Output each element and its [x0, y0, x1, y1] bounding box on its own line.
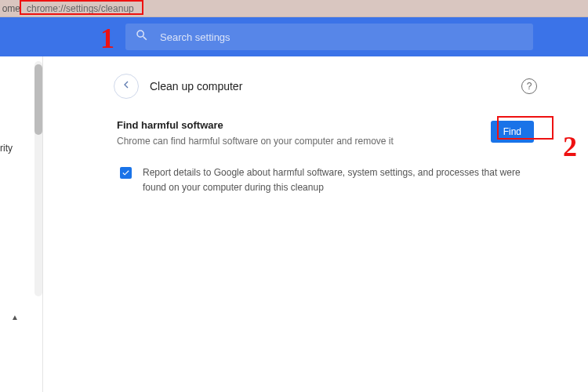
sidebar-scroll-thumb[interactable] — [34, 64, 42, 135]
page-title: Clean up computer — [150, 80, 521, 93]
sidebar: rity ▲ — [0, 56, 43, 392]
find-button[interactable]: Find — [491, 121, 534, 143]
report-checkbox[interactable] — [120, 167, 132, 179]
section-title: Find harmful software — [117, 119, 475, 131]
chevron-up-icon[interactable]: ▲ — [11, 313, 19, 321]
address-url[interactable]: chrome://settings/cleanup — [24, 2, 137, 15]
arrow-left-icon — [120, 78, 132, 94]
settings-banner — [0, 17, 588, 56]
help-icon: ? — [527, 81, 532, 92]
back-button[interactable] — [114, 74, 139, 99]
help-button[interactable]: ? — [521, 78, 537, 94]
section-desc: Chrome can find harmful software on your… — [117, 134, 475, 148]
address-bar[interactable]: ome chrome://settings/cleanup — [0, 0, 588, 17]
report-label: Report details to Google about harmful s… — [143, 165, 531, 195]
search-input[interactable] — [160, 31, 524, 43]
check-icon — [122, 166, 130, 180]
home-label: ome — [0, 3, 24, 14]
report-row[interactable]: Report details to Google about harmful s… — [117, 165, 534, 195]
find-harmful-section: Find harmful software Chrome can find ha… — [114, 105, 537, 195]
search-icon — [135, 28, 160, 45]
main-content: Clean up computer ? Find harmful softwar… — [43, 56, 588, 392]
search-settings[interactable] — [125, 24, 533, 50]
card-header: Clean up computer ? — [114, 67, 537, 105]
sidebar-item-security[interactable]: rity — [0, 143, 13, 154]
settings-card: Clean up computer ? Find harmful softwar… — [114, 67, 537, 195]
